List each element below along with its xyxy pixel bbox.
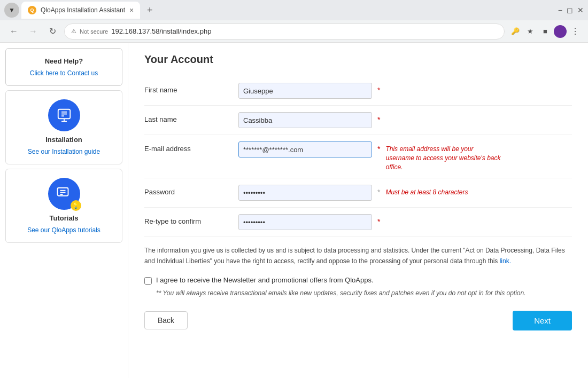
password-hint: Must be at least 8 characters xyxy=(385,185,468,197)
newsletter-checkbox[interactable] xyxy=(144,277,152,285)
form-row-lastname: Last name * xyxy=(144,106,572,135)
not-secure-label: Not secure xyxy=(80,28,108,35)
tutorials-badge-icon: 💡 xyxy=(71,200,81,211)
lastname-field-wrap: * xyxy=(238,112,572,128)
confirm-label: Re-type to confirm xyxy=(144,214,230,225)
page-title: Your Account xyxy=(144,53,572,66)
email-input[interactable] xyxy=(238,141,372,158)
sidebar: Need Help? Click here to Contact us Inst… xyxy=(0,43,128,378)
profile-avatar[interactable] xyxy=(554,25,567,38)
help-title: Need Help? xyxy=(45,57,83,65)
address-input-wrap[interactable]: ⚠ Not secure 192.168.137.58/install/inde… xyxy=(64,23,505,40)
privacy-link[interactable]: link. xyxy=(500,257,511,265)
firstname-field-wrap: * xyxy=(238,83,572,99)
lastname-label: Last name xyxy=(144,112,230,123)
email-hint: This email address will be your username… xyxy=(385,141,503,171)
tab-favicon: Q xyxy=(28,6,36,14)
lastname-required: * xyxy=(377,112,380,124)
password-field-wrap: * Must be at least 8 characters xyxy=(238,185,572,201)
forward-nav-button[interactable]: → xyxy=(26,24,41,39)
minimize-button[interactable]: − xyxy=(558,6,562,14)
new-tab-button[interactable]: + xyxy=(142,3,157,18)
privacy-block: The information you give us is collected… xyxy=(144,237,572,271)
installation-link[interactable]: See our Installation guide xyxy=(28,148,100,155)
address-bar: ← → ↻ ⚠ Not secure 192.168.137.58/instal… xyxy=(0,20,588,43)
email-required: * xyxy=(377,141,380,153)
active-tab[interactable]: Q QloApps Installation Assistant × xyxy=(21,2,140,19)
address-text: 192.168.137.58/install/index.php xyxy=(111,27,498,35)
tab-title: QloApps Installation Assistant xyxy=(41,6,125,14)
sidebar-card-installation: Installation See our Installation guide xyxy=(5,90,122,164)
form-row-confirm: Re-type to confirm * xyxy=(144,208,572,237)
lastname-input[interactable] xyxy=(238,112,372,128)
lock-icon: ⚠ xyxy=(71,28,76,35)
key-icon[interactable]: 🔑 xyxy=(509,25,522,38)
tutorials-link[interactable]: See our QloApps tutorials xyxy=(27,226,100,234)
sidebar-card-tutorials: 💡 Tutorials See our QloApps tutorials xyxy=(5,169,122,243)
back-nav-button[interactable]: ← xyxy=(6,24,21,39)
main-content: Your Account First name * Last name * E-… xyxy=(128,43,588,378)
firstname-input[interactable] xyxy=(238,83,372,99)
next-button[interactable]: Next xyxy=(513,311,572,330)
newsletter-sublabel: ** You will always receive transactional… xyxy=(156,289,572,298)
email-field-wrap: * This email address will be your userna… xyxy=(238,141,572,171)
tab-close-button[interactable]: × xyxy=(129,6,134,14)
address-actions: 🔑 ★ ■ ⋮ xyxy=(509,25,582,38)
confirm-required: * xyxy=(377,214,380,226)
password-star: * xyxy=(377,185,380,196)
tutorials-title: Tutorials xyxy=(50,214,79,222)
reload-button[interactable]: ↻ xyxy=(45,24,60,39)
tutorials-icon-circle: 💡 xyxy=(48,178,80,210)
close-window-button[interactable]: ✕ xyxy=(577,6,584,14)
confirm-field-wrap: * xyxy=(238,214,572,230)
confirm-input[interactable] xyxy=(238,214,372,230)
installation-icon-circle xyxy=(48,99,80,131)
password-input[interactable] xyxy=(238,185,372,201)
maximize-button[interactable]: ◻ xyxy=(567,6,573,14)
sidebar-card-help: Need Help? Click here to Contact us xyxy=(5,48,122,86)
form-row-firstname: First name * xyxy=(144,76,572,106)
back-button[interactable]: Back xyxy=(144,311,188,329)
form-row-email: E-mail address * This email address will… xyxy=(144,135,572,178)
tab-dropdown[interactable]: ▼ xyxy=(4,3,19,18)
footer-buttons: Back Next xyxy=(144,298,572,330)
installation-title: Installation xyxy=(45,136,82,144)
password-label: Password xyxy=(144,185,230,196)
newsletter-checkbox-row: I agree to receive the Newsletter and pr… xyxy=(144,276,572,285)
firstname-label: First name xyxy=(144,83,230,94)
tab-bar: ▼ Q QloApps Installation Assistant × + −… xyxy=(0,0,588,20)
firstname-required: * xyxy=(377,83,380,94)
form-row-password: Password * Must be at least 8 characters xyxy=(144,178,572,208)
more-button[interactable]: ⋮ xyxy=(569,25,582,38)
extensions-button[interactable]: ■ xyxy=(539,25,552,38)
help-link[interactable]: Click here to Contact us xyxy=(30,69,98,77)
newsletter-label[interactable]: I agree to receive the Newsletter and pr… xyxy=(156,276,374,284)
email-label: E-mail address xyxy=(144,141,230,153)
bookmark-button[interactable]: ★ xyxy=(524,25,537,38)
